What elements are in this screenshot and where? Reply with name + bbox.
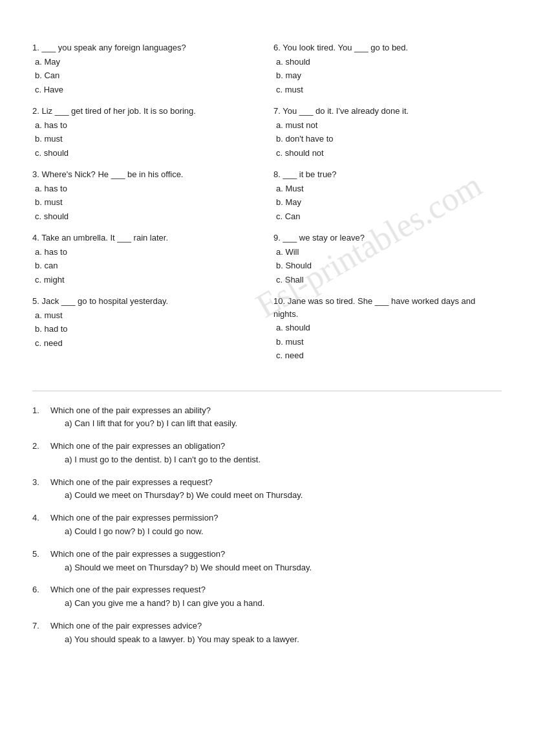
item-sub: a) Can I lift that for you? b) I can lif… [32, 417, 502, 431]
option: c. should [32, 147, 261, 160]
option: c. should not [273, 147, 502, 160]
item-question: Which one of the pair expresses a sugges… [50, 548, 225, 561]
option: b. don't have to [273, 133, 502, 146]
option: b. Can [32, 69, 261, 82]
item-sub: a) Can you give me a hand? b) I can give… [32, 597, 502, 610]
option: c. need [273, 349, 502, 362]
option: a. should [273, 56, 502, 69]
item-number: 3. [32, 476, 45, 490]
col2-question-10: 10. Jane was so tired. She ___ have work… [273, 295, 502, 362]
section2-item-5: 5.Which one of the pair expresses a sugg… [32, 548, 502, 575]
col1-question-5: 5. Jack ___ go to hospital yesterday.a. … [32, 295, 261, 349]
section2-item-6: 6.Which one of the pair expresses reques… [32, 583, 502, 610]
item-number: 2. [32, 440, 45, 453]
col1-question-1: 1. ___ you speak any foreign languages?a… [32, 41, 261, 96]
option: b. may [273, 69, 502, 82]
option: c. Can [273, 210, 502, 223]
section2-item-3: 3.Which one of the pair expresses a requ… [32, 476, 502, 503]
section2-item-2: 2.Which one of the pair expresses an obl… [32, 440, 502, 467]
item-sub: a) Could I go now? b) I could go now. [32, 525, 502, 539]
option: b. must [273, 336, 502, 349]
col2-question-8: 8. ___ it be true?a. Mustb. Mayc. Can [273, 168, 502, 222]
section2-item-7: 7.Which one of the pair expresses advice… [32, 620, 502, 647]
multiple-choice-section: 1. ___ you speak any foreign languages?a… [32, 41, 502, 371]
col1-question-4: 4. Take an umbrella. It ___ rain later.a… [32, 232, 261, 286]
item-number: 7. [32, 620, 45, 633]
option: b. must [32, 196, 261, 209]
col2-question-7: 7. You ___ do it. I've already done it.a… [273, 105, 502, 159]
option: a. must [32, 309, 261, 322]
section2: 1.Which one of the pair expresses an abi… [32, 404, 502, 647]
option: b. had to [32, 323, 261, 336]
col2: 6. You look tired. You ___ go to bed.a. … [273, 41, 502, 371]
option: b. May [273, 196, 502, 209]
option: a. has to [32, 246, 261, 259]
option: a. has to [32, 182, 261, 195]
item-question: Which one of the pair expresses a reques… [50, 476, 213, 490]
option: a. Will [273, 246, 502, 259]
option: c. Shall [273, 274, 502, 286]
item-question: Which one of the pair expresses advice? [50, 620, 202, 633]
item-sub: a) Should we meet on Thursday? b) We sho… [32, 561, 502, 575]
section2-item-1: 1.Which one of the pair expresses an abi… [32, 404, 502, 431]
option: a. must not [273, 119, 502, 132]
col1-question-2: 2. Liz ___ get tired of her job. It is s… [32, 105, 261, 159]
section2-item-4: 4.Which one of the pair expresses permis… [32, 512, 502, 539]
item-number: 1. [32, 404, 45, 418]
item-question: Which one of the pair expresses permissi… [50, 512, 218, 525]
item-sub: a) Could we meet on Thursday? b) We coul… [32, 489, 502, 502]
option: c. need [32, 337, 261, 350]
option: b. must [32, 133, 261, 146]
item-question: Which one of the pair expresses an oblig… [50, 440, 225, 453]
option: a. should [273, 321, 502, 334]
item-question: Which one of the pair expresses request? [50, 583, 206, 597]
option: b. Should [273, 259, 502, 272]
item-sub: a) I must go to the dentist. b) I can't … [32, 453, 502, 467]
col1-question-3: 3. Where's Nick? He ___ be in his office… [32, 168, 261, 222]
item-number: 4. [32, 512, 45, 525]
option: c. Have [32, 83, 261, 96]
item-number: 6. [32, 583, 45, 597]
item-number: 5. [32, 548, 45, 561]
col2-question-9: 9. ___ we stay or leave?a. Willb. Should… [273, 232, 502, 286]
option: c. should [32, 210, 261, 223]
option: a. Must [273, 182, 502, 195]
option: b. can [32, 259, 261, 272]
option: a. has to [32, 119, 261, 132]
option: a. May [32, 56, 261, 69]
col1: 1. ___ you speak any foreign languages?a… [32, 41, 261, 371]
section-divider [32, 391, 502, 391]
col2-question-6: 6. You look tired. You ___ go to bed.a. … [273, 41, 502, 96]
option: c. must [273, 83, 502, 96]
item-question: Which one of the pair expresses an abili… [50, 404, 211, 418]
option: c. might [32, 274, 261, 286]
item-sub: a) You should speak to a lawyer. b) You … [32, 633, 502, 647]
